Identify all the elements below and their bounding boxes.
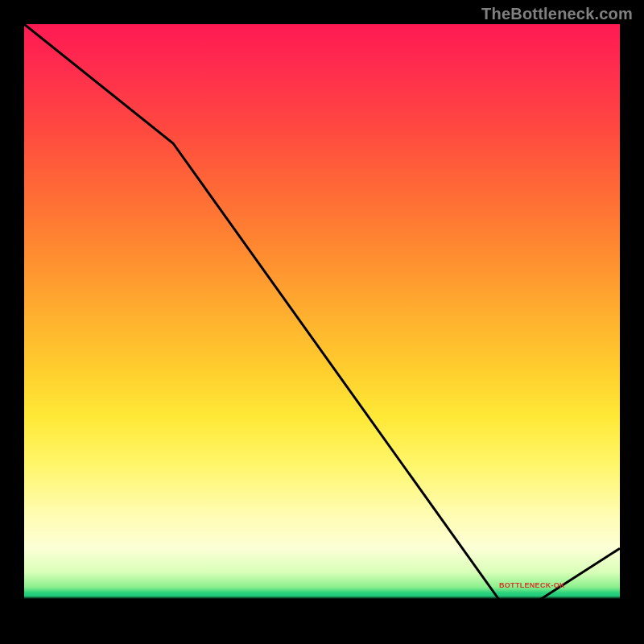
svg-rect-0 bbox=[24, 24, 620, 620]
watermark-text: TheBottleneck.com bbox=[481, 5, 633, 23]
optimum-badge: BOTTLENECK-OK bbox=[499, 581, 565, 589]
plot-area: BOTTLENECK-OK bbox=[24, 24, 620, 620]
chart-stage: TheBottleneck.com BOTTLENECK-OK bbox=[0, 0, 644, 644]
bottleneck-line-chart bbox=[24, 24, 620, 620]
